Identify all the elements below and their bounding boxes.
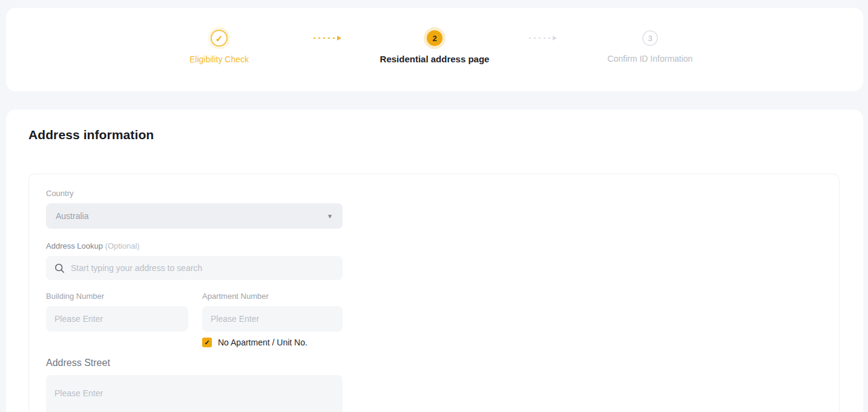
- page-title: Address information: [28, 128, 154, 142]
- building-number-input[interactable]: [46, 306, 188, 332]
- address-lookup-label: Address Lookup (Optional): [46, 241, 839, 250]
- address-street-label: Address Street: [46, 358, 839, 368]
- optional-note: (Optional): [105, 241, 140, 250]
- address-street-input[interactable]: [46, 375, 343, 412]
- address-street-group: Address Street: [46, 358, 839, 412]
- step-current-circle: 2: [427, 30, 442, 46]
- step-confirm-id: 3 Confirm ID Information: [563, 30, 737, 64]
- checkbox-check-icon: ✓: [204, 339, 209, 347]
- stepper-connector-completed: [314, 38, 338, 39]
- country-field-group: Country Australia ▼: [46, 189, 839, 229]
- step-upcoming-circle: 3: [642, 30, 658, 46]
- country-select[interactable]: Australia ▼: [46, 203, 343, 229]
- step-label-confirm-id: Confirm ID Information: [608, 54, 693, 64]
- stepper-card: ✓ Eligibility Check 2 Residential addres…: [6, 8, 863, 91]
- step-residential-address: 2 Residential address page: [347, 30, 522, 64]
- address-lookup-group: Address Lookup (Optional): [46, 241, 839, 280]
- address-lookup-input[interactable]: [71, 263, 334, 273]
- step-completed-circle: ✓: [211, 30, 228, 47]
- no-apartment-checkbox-label: No Apartment / Unit No.: [218, 338, 307, 347]
- no-apartment-checkbox-row: ✓ No Apartment / Unit No.: [202, 338, 343, 347]
- search-icon: [54, 263, 65, 273]
- address-form-panel: Country Australia ▼ Address Lookup (Opti…: [28, 174, 840, 412]
- number-fields-row: Building Number Apartment Number ✓ No Ap…: [46, 292, 839, 347]
- check-icon: ✓: [215, 34, 223, 43]
- address-form-card: Address information Country Australia ▼ …: [6, 110, 863, 412]
- apartment-number-label: Apartment Number: [202, 292, 343, 301]
- country-select-value: Australia: [56, 211, 327, 221]
- address-lookup-searchbox[interactable]: [46, 256, 343, 280]
- stepper-connector-upcoming: [529, 38, 553, 39]
- chevron-down-icon: ▼: [327, 213, 333, 220]
- building-number-label: Building Number: [46, 292, 188, 301]
- step-eligibility-check: ✓ Eligibility Check: [132, 30, 306, 64]
- step-label-residential: Residential address page: [380, 54, 490, 64]
- step-label-eligibility: Eligibility Check: [189, 54, 249, 64]
- apartment-number-input[interactable]: [202, 306, 343, 332]
- no-apartment-checkbox[interactable]: ✓: [202, 338, 212, 347]
- country-label: Country: [46, 189, 839, 198]
- building-number-group: Building Number: [46, 292, 188, 347]
- apartment-number-group: Apartment Number ✓ No Apartment / Unit N…: [202, 292, 343, 347]
- kyc-stepper: ✓ Eligibility Check 2 Residential addres…: [132, 8, 737, 64]
